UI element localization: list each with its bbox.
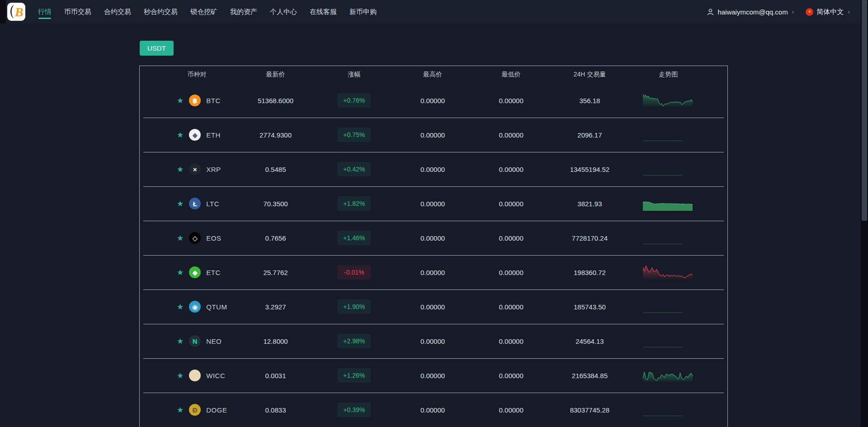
- flag-icon: ★: [806, 8, 813, 16]
- table-row-etc[interactable]: ★◆ETC25.7762-0.01%0.000000.00000198360.7…: [140, 255, 727, 289]
- nav-active-underline: [237, 18, 250, 19]
- favorite-star-icon[interactable]: ★: [177, 97, 184, 104]
- trend-cell: [629, 366, 708, 384]
- coin-symbol: LTC: [206, 200, 219, 208]
- column-header-6: 24H 交易量: [551, 71, 629, 79]
- latest-price: 3.2927: [236, 303, 315, 311]
- table-row-qtum[interactable]: ★◉QTUM3.2927+1.90%0.000000.00000185743.5…: [140, 289, 727, 324]
- favorite-star-icon[interactable]: ★: [177, 200, 184, 208]
- nav-item-1[interactable]: 行情: [38, 5, 52, 19]
- coin-logo-icon: ฿: [189, 95, 201, 106]
- low-price: 0.00000: [472, 131, 551, 139]
- change-cell: +2.98%: [315, 334, 393, 348]
- favorite-star-icon[interactable]: ★: [177, 269, 184, 276]
- nav-item-label: 合约交易: [104, 8, 131, 15]
- low-price: 0.00000: [472, 303, 551, 311]
- nav-item-8[interactable]: 在线客服: [310, 5, 337, 19]
- table-row-eth[interactable]: ★◆ETH2774.9300+0.75%0.000000.000002096.1…: [140, 118, 727, 152]
- favorite-star-icon[interactable]: ★: [177, 372, 184, 380]
- change-cell: +1.26%: [315, 368, 393, 383]
- trend-cell: [629, 126, 708, 144]
- nav-item-label: 行情: [38, 8, 52, 15]
- coin-cell: ★◆ETC: [158, 266, 236, 278]
- change-badge: +1.90%: [337, 299, 371, 314]
- coin-logo-icon: N: [189, 335, 201, 347]
- language-switcher[interactable]: ★ 简体中文 ‹: [806, 8, 850, 16]
- nav-active-underline: [198, 18, 210, 19]
- favorite-star-icon[interactable]: ★: [177, 337, 184, 345]
- nav-item-7[interactable]: 个人中心: [270, 5, 297, 19]
- coin-symbol: BTC: [206, 97, 221, 104]
- low-price: 0.00000: [472, 97, 551, 104]
- coin-symbol: XRP: [206, 166, 221, 173]
- trend-cell: [629, 91, 708, 109]
- coin-cell: ★ÐDOGE: [158, 404, 236, 416]
- nav-item-9[interactable]: 新币申购: [349, 5, 377, 19]
- coin-cell: ★◉QTUM: [158, 301, 236, 313]
- scrollbar-thumb[interactable]: [862, 0, 867, 221]
- low-price: 0.00000: [472, 372, 551, 380]
- change-cell: +1.90%: [315, 299, 393, 314]
- coin-cell: ★NNEO: [158, 335, 236, 347]
- table-row-btc[interactable]: ★฿BTC51368.6000+0.76%0.000000.00000356.1…: [140, 83, 727, 118]
- latest-price: 70.3500: [236, 200, 315, 208]
- scrollbar-track[interactable]: [861, 0, 868, 427]
- high-price: 0.00000: [393, 97, 472, 104]
- column-header-1: 币种对: [158, 71, 236, 79]
- trend-sparkline: [642, 126, 694, 144]
- change-cell: +0.42%: [315, 162, 393, 176]
- latest-price: 0.7656: [236, 234, 315, 242]
- high-price: 0.00000: [393, 234, 472, 242]
- change-badge: +1.46%: [337, 231, 371, 245]
- nav-item-6[interactable]: 我的资产: [230, 5, 257, 19]
- coin-cell: ★฿BTC: [158, 95, 236, 106]
- coin-logo-icon: Ł: [189, 198, 201, 209]
- nav-menu: 行情币币交易合约交易秒合约交易锁仓挖矿我的资产个人中心在线客服新币申购: [38, 5, 377, 19]
- nav-item-4[interactable]: 秒合约交易: [144, 5, 178, 19]
- table-row-xrp[interactable]: ★×XRP0.5485+0.42%0.000000.0000013455194.…: [140, 152, 727, 186]
- nav-item-3[interactable]: 合约交易: [104, 5, 131, 19]
- volume-24h: 3821.93: [551, 200, 629, 208]
- nav-active-underline: [357, 18, 369, 19]
- high-price: 0.00000: [393, 200, 472, 208]
- favorite-star-icon[interactable]: ★: [177, 131, 184, 139]
- tab-usdt[interactable]: USDT: [140, 41, 174, 56]
- latest-price: 0.0031: [236, 372, 315, 380]
- favorite-star-icon[interactable]: ★: [177, 234, 184, 242]
- nav-item-label: 新币申购: [349, 8, 377, 15]
- coin-symbol: WICC: [206, 372, 225, 380]
- favorite-star-icon[interactable]: ★: [177, 166, 184, 173]
- change-cell: +0.76%: [315, 93, 393, 108]
- high-price: 0.00000: [393, 269, 472, 276]
- table-row-doge[interactable]: ★ÐDOGE0.0833+0.39%0.000000.0000083037745…: [140, 393, 727, 427]
- volume-24h: 2165384.85: [551, 372, 629, 380]
- low-price: 0.00000: [472, 200, 551, 208]
- trend-sparkline: [642, 298, 694, 316]
- coin-symbol: QTUM: [206, 303, 227, 311]
- language-label: 简体中文: [816, 8, 844, 16]
- low-price: 0.00000: [472, 234, 551, 242]
- nav-active-underline: [71, 18, 84, 19]
- change-cell: -0.01%: [315, 265, 393, 280]
- nav-item-2[interactable]: 币币交易: [64, 5, 91, 19]
- nav-item-5[interactable]: 锁仓挖矿: [190, 5, 217, 19]
- nav-item-label: 个人中心: [270, 8, 297, 15]
- nav-active-underline: [155, 18, 167, 19]
- table-row-wicc[interactable]: ★WICC0.0031+1.26%0.000000.000002165384.8…: [140, 358, 727, 393]
- coin-logo-icon: Ð: [189, 404, 201, 416]
- change-badge: +2.98%: [337, 334, 371, 348]
- table-row-neo[interactable]: ★NNEO12.8000+2.98%0.000000.0000024564.13: [140, 324, 727, 358]
- table-body: ★฿BTC51368.6000+0.76%0.000000.00000356.1…: [140, 83, 727, 427]
- trend-cell: [629, 298, 708, 316]
- nav-item-label: 秒合约交易: [144, 8, 178, 15]
- table-row-eos[interactable]: ★◇EOS0.7656+1.46%0.000000.000007728170.2…: [140, 221, 727, 255]
- change-badge: +1.82%: [337, 196, 371, 211]
- user-account[interactable]: haiwaiymcom@qq.com ‹: [707, 8, 794, 16]
- favorite-star-icon[interactable]: ★: [177, 406, 184, 414]
- table-row-ltc[interactable]: ★ŁLTC70.3500+1.82%0.000000.000003821.93: [140, 186, 727, 221]
- table-header-row: 币种对最新价涨幅最高价最低价24H 交易量走势图: [140, 66, 727, 83]
- favorite-star-icon[interactable]: ★: [177, 303, 184, 311]
- coin-cell: ★◆ETH: [158, 129, 236, 141]
- coin-cell: ★×XRP: [158, 163, 236, 175]
- volume-24h: 356.18: [551, 97, 629, 104]
